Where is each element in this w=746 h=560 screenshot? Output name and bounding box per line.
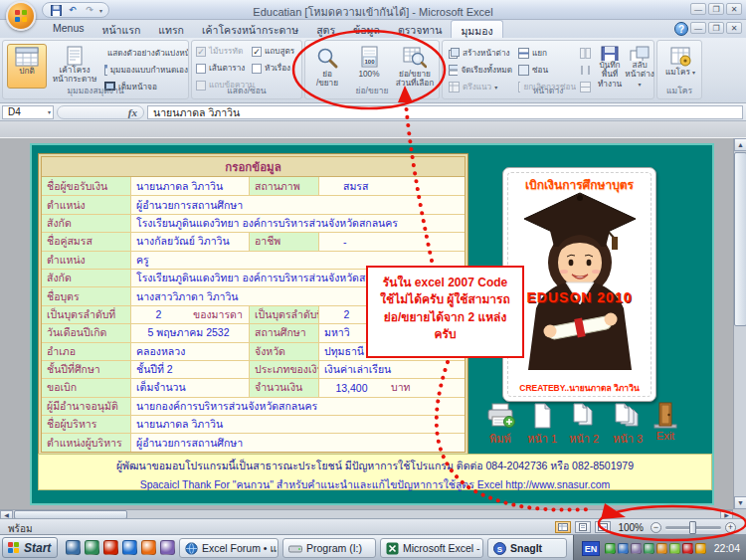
form-value-cell[interactable]: นายนภาดล วิภาวิน bbox=[131, 416, 465, 433]
checkbox-หัวเรื่อง[interactable]: หัวเรื่อง bbox=[252, 61, 294, 76]
form-label-cell[interactable]: ชื่อผู้ขอรับเงิน bbox=[42, 177, 131, 195]
taskbar-button-2[interactable]: Program (I:) bbox=[282, 538, 376, 558]
page-layout-view-button[interactable]: เค้าโครงหน้ากระดาษ bbox=[50, 44, 99, 89]
hide-window-button[interactable]: ซ่อน bbox=[516, 63, 576, 78]
zoom-out-icon[interactable]: − bbox=[651, 522, 661, 533]
zoom-100-button[interactable]: 100 100% bbox=[349, 44, 389, 89]
synchronous-scrolling-button[interactable] bbox=[578, 63, 592, 78]
form-value-cell[interactable]: ผู้อำนวยการสถานศึกษา bbox=[131, 196, 465, 213]
zoom-in-icon[interactable]: + bbox=[725, 522, 736, 533]
tray-1-icon[interactable] bbox=[605, 543, 616, 554]
language-indicator[interactable]: EN bbox=[582, 541, 600, 556]
quick-launch-1-icon[interactable] bbox=[66, 540, 81, 555]
taskbar-button-4[interactable]: SSnagIt bbox=[487, 538, 567, 558]
form-label-cell[interactable]: เป็นบุตรลำดับที่ bbox=[250, 306, 319, 323]
scroll-up-icon[interactable]: ▲ bbox=[734, 138, 746, 151]
form-value-cell[interactable]: เงินค่าเล่าเรียน bbox=[319, 361, 465, 378]
form-label-cell[interactable]: สถานศึกษา bbox=[250, 324, 319, 341]
save-workspace-button[interactable]: บันทึกพื้นที่ทำงาน bbox=[594, 44, 626, 89]
arrange-all-button[interactable]: จัดเรียงทั้งหมด bbox=[447, 63, 512, 78]
form-value-cell[interactable]: ผู้อำนวยการสถานศึกษา bbox=[131, 434, 465, 451]
form-label-cell[interactable]: ชั้นปีที่ศึกษา bbox=[42, 361, 131, 378]
tab-review[interactable]: ตรวจทาน bbox=[389, 20, 452, 38]
form-label-cell[interactable]: ตำแหน่งผู้บริหาร bbox=[42, 434, 131, 451]
form-value-cell[interactable]: เต็มจำนวน bbox=[131, 379, 250, 396]
restore-button[interactable]: ❐ bbox=[708, 3, 724, 15]
tab-home[interactable]: หน้าแรก bbox=[93, 20, 150, 38]
checkbox-แถบสูตร[interactable]: ✓แถบสูตร bbox=[252, 44, 294, 59]
form-label-cell[interactable]: เป็นบุตรลำดับที่ bbox=[42, 306, 131, 323]
zoom-to-selection-button[interactable]: ย่อ/ขยายส่วนที่เลือก bbox=[392, 44, 438, 89]
page-break-preview-button[interactable]: แสดงตัวอย่างตัวแบ่งหน้า bbox=[102, 46, 188, 61]
workbook-restore-button[interactable]: ❐ bbox=[708, 22, 724, 34]
tab-insert[interactable]: แทรก bbox=[149, 20, 193, 38]
scroll-down-icon[interactable]: ▼ bbox=[734, 496, 746, 509]
checkbox-เส้นตาราง[interactable]: เส้นตาราง bbox=[196, 61, 255, 76]
tray-5-icon[interactable] bbox=[656, 543, 667, 554]
name-box[interactable]: D4▾ bbox=[2, 105, 54, 119]
form-value-cell[interactable]: - bbox=[319, 233, 465, 250]
quick-launch-2-icon[interactable] bbox=[85, 540, 99, 555]
normal-view-button[interactable]: ปกติ bbox=[7, 44, 47, 89]
form-value-cell[interactable]: 2ของมารดา bbox=[131, 306, 250, 323]
split-button[interactable]: แยก bbox=[516, 46, 576, 61]
office-button-icon[interactable] bbox=[6, 1, 36, 31]
tab-formulas[interactable]: สูตร bbox=[307, 20, 344, 38]
form-label-cell[interactable]: จำนวนเงิน bbox=[250, 379, 319, 396]
quick-launch-3-icon[interactable] bbox=[103, 540, 118, 555]
start-button[interactable]: Start bbox=[2, 537, 58, 558]
new-window-button[interactable]: สร้างหน้าต่าง bbox=[447, 46, 512, 61]
view-side-by-side-button[interactable] bbox=[578, 46, 592, 61]
form-value-cell[interactable]: นางกัลยวัณย์ วิภาวิน bbox=[131, 233, 250, 250]
vertical-scroll-thumb[interactable] bbox=[734, 152, 746, 326]
form-label-cell[interactable]: ตำแหน่ง bbox=[42, 252, 131, 269]
horizontal-scrollbar[interactable]: ◀ ▶ bbox=[0, 509, 733, 518]
form-value-cell[interactable]: นายนภาดล วิภาวิน bbox=[131, 177, 250, 195]
form-value-cell[interactable]: สมรส bbox=[319, 177, 465, 195]
tray-8-icon[interactable] bbox=[695, 543, 706, 554]
name-box-dropdown-icon[interactable]: ▾ bbox=[48, 108, 51, 115]
close-button[interactable]: ✕ bbox=[726, 3, 742, 15]
form-value-cell[interactable]: นายกองค์การบริหารส่วนจังหวัดสกลนคร bbox=[131, 398, 465, 415]
tab-page-layout[interactable]: เค้าโครงหน้ากระดาษ bbox=[193, 20, 307, 38]
switch-windows-button[interactable]: สลับหน้าต่าง ▾ bbox=[626, 44, 653, 89]
form-value-cell[interactable]: ชั้นปีที่ 2 bbox=[131, 361, 250, 378]
vertical-scrollbar[interactable]: ▲ ▼ bbox=[733, 138, 746, 509]
formula-input[interactable]: นายนภาดล วิภาวิน bbox=[147, 105, 743, 119]
panel-button-หน้า 2[interactable]: หน้า 2 bbox=[559, 401, 609, 448]
taskbar-button-1[interactable]: Excel Forum • แสด... bbox=[179, 538, 279, 558]
zoom-slider[interactable] bbox=[665, 526, 721, 529]
tab-data[interactable]: ข้อมูล bbox=[344, 20, 389, 38]
form-label-cell[interactable]: จังหวัด bbox=[250, 343, 319, 360]
tab-menus[interactable]: Menus bbox=[44, 20, 93, 38]
form-value-cell[interactable]: โรงเรียนภูดินแดงวิทยา องค์การบริหารส่วนจ… bbox=[131, 215, 465, 232]
zoom-button[interactable]: ย่อ/ขยาย bbox=[308, 44, 346, 89]
minimize-button[interactable]: — bbox=[690, 3, 706, 15]
help-icon[interactable]: ? bbox=[674, 22, 688, 36]
tray-6-icon[interactable] bbox=[669, 543, 680, 554]
form-label-cell[interactable]: ขอเบิก bbox=[42, 379, 131, 396]
tray-4-icon[interactable] bbox=[644, 543, 654, 554]
insert-function-icon[interactable]: fx bbox=[128, 106, 137, 118]
tray-7-icon[interactable] bbox=[682, 543, 693, 554]
panel-button-Exit[interactable]: Exit bbox=[641, 401, 690, 442]
workbook-close-button[interactable]: ✕ bbox=[726, 22, 742, 34]
quick-launch-4-icon[interactable] bbox=[122, 540, 137, 555]
form-label-cell[interactable]: อาชีพ bbox=[250, 233, 319, 250]
tray-3-icon[interactable] bbox=[631, 543, 642, 554]
form-label-cell[interactable]: ชื่อบุตร bbox=[42, 287, 131, 304]
quick-launch-5-icon[interactable] bbox=[141, 540, 156, 555]
zoom-slider-thumb[interactable] bbox=[689, 521, 696, 534]
form-value-cell[interactable]: 13,400บาท bbox=[319, 379, 465, 396]
taskbar-button-3[interactable]: Microsoft Excel - Ed... bbox=[380, 538, 483, 558]
form-label-cell[interactable]: สังกัด bbox=[42, 270, 131, 286]
form-label-cell[interactable]: วันเดือนปีเกิด bbox=[42, 324, 131, 341]
form-label-cell[interactable]: ประเภทของเงิน bbox=[250, 361, 319, 378]
workbook-minimize-button[interactable]: — bbox=[690, 22, 706, 34]
tray-2-icon[interactable] bbox=[618, 543, 629, 554]
form-label-cell[interactable]: ชื่อผู้บริหาร bbox=[42, 416, 131, 433]
form-label-cell[interactable]: อำเภอ bbox=[42, 343, 131, 360]
form-label-cell[interactable]: สถานภาพ bbox=[250, 177, 319, 195]
custom-views-button[interactable]: มุมมองแบบกำหนดเอง bbox=[102, 63, 188, 78]
form-value-cell[interactable]: 5 พฤษภาคม 2532 bbox=[131, 324, 250, 341]
